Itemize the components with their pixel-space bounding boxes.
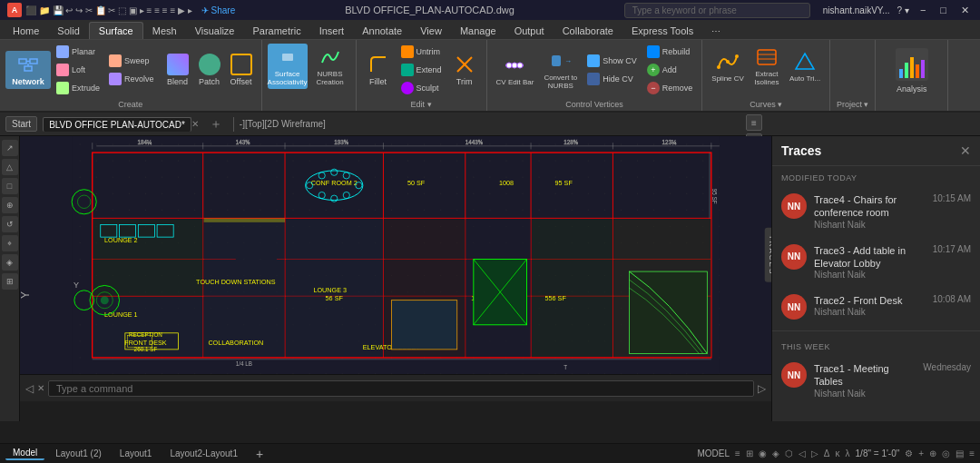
- trim-button[interactable]: Trim: [448, 51, 481, 89]
- status-icon-delta[interactable]: Δ: [824, 448, 830, 458]
- add-tab-button[interactable]: ＋: [204, 114, 228, 134]
- maximize-btn[interactable]: □: [936, 5, 950, 15]
- nurbs-creation-button[interactable]: NURBSCreation: [310, 44, 350, 89]
- traces-side-tab[interactable]: TRACES: [764, 228, 771, 282]
- trace-item-1[interactable]: NN Trace1 - Meeting Tables Nishant Naik …: [772, 355, 980, 406]
- patch-button[interactable]: Patch: [195, 51, 224, 89]
- tab-view[interactable]: View: [411, 23, 451, 39]
- canvas-area[interactable]: 184¼ 143⅝ 193⅝ 1443⅝ 128⅝ 123¼: [20, 136, 771, 374]
- status-icon-menu[interactable]: ≡: [969, 448, 975, 458]
- status-icon-osnap[interactable]: ◈: [772, 448, 779, 458]
- planar-button[interactable]: Planar: [53, 44, 103, 60]
- close-btn[interactable]: ✕: [957, 5, 973, 16]
- start-tab[interactable]: Start: [5, 116, 37, 132]
- left-tool-2[interactable]: △: [2, 159, 18, 175]
- ribbon-group-surface: SurfaceAssociativity NURBSCreation: [262, 40, 357, 111]
- left-tool-7[interactable]: ◈: [2, 254, 18, 271]
- tab-surface[interactable]: Surface: [89, 22, 143, 39]
- status-icon-polar[interactable]: ◉: [759, 448, 767, 458]
- left-tool-4[interactable]: ⊕: [2, 197, 18, 213]
- loft-button[interactable]: Loft: [53, 62, 103, 78]
- fillet-button[interactable]: Fillet: [362, 51, 395, 89]
- revolve-button[interactable]: Revolve: [105, 71, 158, 87]
- traces-close-button[interactable]: ✕: [960, 143, 971, 158]
- trace-avatar-1: NN: [781, 362, 807, 388]
- tab-express-tools[interactable]: Express Tools: [622, 23, 702, 39]
- spline-cv-button[interactable]: Spline CV: [708, 48, 748, 85]
- add-layout-button[interactable]: +: [249, 446, 270, 462]
- blend-button[interactable]: Blend: [163, 51, 192, 89]
- tab-output[interactable]: Output: [505, 23, 554, 39]
- status-tab-model[interactable]: Model: [5, 447, 44, 460]
- status-icon-3d[interactable]: ⬡: [785, 448, 793, 458]
- status-icon-plus[interactable]: +: [918, 448, 924, 458]
- status-icon-circle-plus[interactable]: ⊕: [929, 448, 936, 458]
- status-tab-layout2[interactable]: Layout2-Layout1: [162, 448, 245, 459]
- add-cv-button[interactable]: +Add: [643, 62, 697, 78]
- right-icon-1[interactable]: ≡: [746, 114, 762, 131]
- tab-parametric[interactable]: Parametric: [243, 23, 309, 39]
- surface-associativity-button[interactable]: SurfaceAssociativity: [268, 44, 308, 89]
- remove-cv-button[interactable]: −Remove: [643, 80, 697, 96]
- search-bar[interactable]: Type a keyword or phrase: [624, 3, 810, 18]
- tab-collaborate[interactable]: Collaborate: [554, 23, 622, 39]
- tab-visualize[interactable]: Visualize: [186, 23, 244, 39]
- tab-insert[interactable]: Insert: [310, 23, 354, 39]
- left-tool-8[interactable]: ⊞: [2, 273, 18, 290]
- svg-rect-3: [24, 66, 32, 71]
- tab-annotate[interactable]: Annotate: [353, 23, 411, 39]
- status-icon-forward[interactable]: ▷: [811, 448, 818, 458]
- extract-isolines-button[interactable]: ExtractIsolines: [750, 44, 783, 89]
- status-tab-layout1-2[interactable]: Layout1 (2): [48, 448, 109, 459]
- cmd-x-btn[interactable]: ✕: [37, 383, 44, 393]
- tab-manage[interactable]: Manage: [451, 23, 505, 39]
- extend-button[interactable]: Extend: [397, 62, 446, 78]
- convert-to-nurbs-button[interactable]: → Convert toNURBS: [540, 47, 581, 93]
- show-cv-icon: [587, 54, 600, 67]
- auto-tri-button[interactable]: Auto Tri...: [786, 48, 824, 85]
- show-cv-button[interactable]: Show CV: [583, 53, 641, 69]
- offset-button[interactable]: Offset: [227, 51, 256, 89]
- tab-home[interactable]: Home: [4, 23, 48, 39]
- trace-item-3[interactable]: NN Trace3 - Add table in Elevator Lobby …: [772, 237, 980, 288]
- file-tab[interactable]: BLVD OFFICE PLAN-AUTOCAD*: [43, 117, 191, 132]
- tab-more[interactable]: ⋯: [702, 24, 730, 39]
- extrude-button[interactable]: Extrude: [53, 80, 103, 96]
- network-button[interactable]: Network: [5, 51, 51, 89]
- trace-item-4[interactable]: NN Trace4 - Chairs for conference room N…: [772, 186, 980, 237]
- rebuild-button[interactable]: Rebuild: [643, 44, 697, 60]
- cv-edit-bar-button[interactable]: CV Edit Bar: [493, 52, 538, 89]
- status-icon-snap[interactable]: ⊞: [746, 448, 753, 458]
- status-tab-layout1[interactable]: Layout1: [113, 448, 160, 459]
- status-icon-k[interactable]: κ: [836, 448, 840, 458]
- status-icon-target[interactable]: ◎: [942, 448, 950, 458]
- command-input[interactable]: [48, 380, 754, 397]
- project-label: Project ▾: [837, 98, 869, 109]
- left-tool-6[interactable]: ⌖: [2, 235, 18, 251]
- sculpt-button[interactable]: Sculpt: [397, 80, 446, 96]
- trace-item-2[interactable]: NN Trace2 - Front Desk Nishant Naik 10:0…: [772, 287, 980, 327]
- quick-access[interactable]: ⬛ 📁 💾 ↩ ↪ ✂ 📋 ✂ ⬚ ▣ ▸ ≡ ≡ ≡ ≡ ▶ ▸: [25, 5, 192, 15]
- status-icon-gear[interactable]: ⚙: [905, 448, 913, 458]
- minimize-btn[interactable]: −: [916, 5, 929, 15]
- tab-solid[interactable]: Solid: [48, 23, 88, 39]
- titlebar-left: A ⬛ 📁 💾 ↩ ↪ ✂ 📋 ✂ ⬚ ▣ ▸ ≡ ≡ ≡ ≡ ▶ ▸ ✈ Sh…: [7, 3, 235, 17]
- cmd-arrow-right[interactable]: ▷: [758, 382, 766, 395]
- left-tool-3[interactable]: □: [2, 178, 18, 194]
- tab-mesh[interactable]: Mesh: [143, 23, 186, 39]
- status-icon-back[interactable]: ◁: [799, 448, 806, 458]
- status-icon-lambda[interactable]: λ: [846, 448, 850, 458]
- status-icon-grid[interactable]: ≡: [735, 448, 740, 458]
- untrim-button[interactable]: Untrim: [397, 44, 446, 60]
- status-icon-rows[interactable]: ▤: [956, 448, 964, 458]
- svg-text:556 SF: 556 SF: [545, 294, 567, 302]
- analysis-button[interactable]: Analysis: [885, 44, 939, 96]
- help-btn[interactable]: ? ▾: [897, 5, 909, 15]
- share-btn[interactable]: ✈ Share: [201, 5, 235, 15]
- left-tool-1[interactable]: ↗: [2, 140, 18, 156]
- cmd-arrow-left[interactable]: ◁: [25, 382, 34, 395]
- file-tab-close[interactable]: ✕: [191, 119, 199, 129]
- sweep-button[interactable]: Sweep: [105, 53, 158, 69]
- left-tool-5[interactable]: ↺: [2, 216, 18, 232]
- hide-cv-button[interactable]: Hide CV: [583, 71, 641, 87]
